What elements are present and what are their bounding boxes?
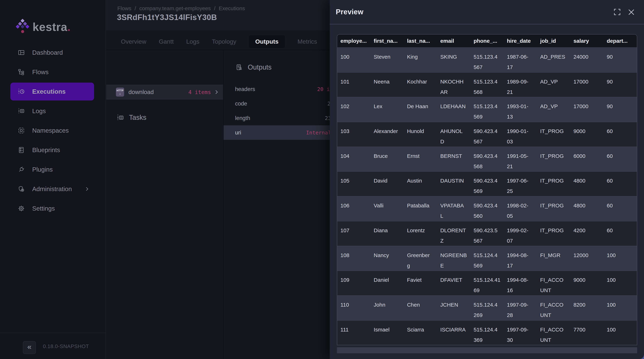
outputs-panel-header: Outputs	[236, 63, 272, 71]
table-cell: 590.423.5 567	[470, 221, 504, 246]
table-cell: Valli	[370, 196, 404, 221]
output-row-headers[interactable]: headers20 items	[224, 82, 330, 96]
table-cell: IT_PROG	[537, 147, 570, 171]
table-cell: 9000	[570, 122, 604, 147]
table-cell: 100	[604, 246, 637, 271]
table-cell: Diana	[370, 221, 404, 246]
table-row: 108NancyGreenber gNGREENB E515.124.4 569…	[337, 246, 637, 271]
table-cell: 1997-06- 25	[504, 172, 537, 196]
sidebar-menu: DashboardFlowsExecutionsLogsNamespacesBl…	[0, 44, 106, 217]
tab-overview[interactable]: Overview	[121, 38, 146, 45]
task-items-badge: 4 items	[188, 89, 211, 95]
output-key: code	[235, 100, 247, 107]
table-cell: 102	[337, 97, 370, 122]
sidebar-item-blueprints[interactable]: Blueprints	[10, 141, 94, 159]
breadcrumb-separator: /	[134, 5, 136, 11]
table-cell: 100	[604, 271, 637, 295]
kestra-app: kestra. DashboardFlowsExecutionsLogsName…	[0, 0, 644, 359]
table-row: 106ValliPataballaVPATABA L590.423.4 5601…	[337, 196, 637, 221]
table-row: 103AlexanderHunoldAHUNOL D590.423.4 5671…	[337, 122, 637, 147]
table-cell: Ernst	[404, 147, 437, 171]
tab-topology[interactable]: Topology	[212, 38, 236, 45]
table-body: 100StevenKingSKING515.123.4 5671987-06- …	[337, 47, 637, 345]
sidebar: kestra. DashboardFlowsExecutionsLogsName…	[0, 0, 106, 359]
sidebar-item-flows[interactable]: Flows	[10, 63, 94, 81]
logo-red-dot	[21, 30, 24, 33]
tab-logs[interactable]: Logs	[186, 38, 200, 45]
horizontal-scrollbar[interactable]	[337, 347, 637, 353]
table-cell: VPATABA L	[437, 196, 470, 221]
output-row-uri[interactable]: uriInternal li	[224, 125, 330, 140]
breadcrumb-item[interactable]: Executions	[219, 5, 245, 11]
logo-diamond	[18, 22, 22, 26]
namespaces-icon	[18, 127, 25, 134]
sidebar-item-label: Executions	[32, 88, 66, 95]
sidebar-item-dashboard[interactable]: Dashboard	[10, 44, 94, 61]
output-row-length[interactable]: length234	[224, 111, 330, 125]
tab-gantt[interactable]: Gantt	[159, 38, 174, 45]
table-cell: 90	[604, 73, 637, 97]
breadcrumb-item[interactable]: company.team.get-employees	[139, 5, 211, 11]
table-cell: 108	[337, 246, 370, 271]
sidebar-item-executions[interactable]: Executions	[10, 83, 94, 100]
table-cell: 109	[337, 271, 370, 295]
preview-drawer: Preview employe...first_na...last_na...e…	[330, 0, 644, 359]
column-header: job_id	[537, 34, 570, 47]
table-cell: Chen	[404, 296, 437, 320]
table-cell: 4200	[570, 221, 604, 246]
table-cell: 106	[337, 196, 370, 221]
table-cell: 4800	[570, 196, 604, 221]
table-cell: 1994-08- 17	[504, 246, 537, 271]
tasks-panel-header: Tasks	[117, 114, 146, 121]
table-cell: 17000	[570, 97, 604, 122]
task-row-download[interactable]: HTTP↓ download 4 items	[106, 85, 223, 99]
divider	[330, 24, 644, 24]
column-header: email	[437, 34, 470, 47]
tab-outputs[interactable]: Outputs	[249, 35, 285, 48]
tab-metrics[interactable]: Metrics	[298, 38, 317, 45]
column-header: last_na...	[404, 34, 437, 47]
table-cell: 1999-02- 07	[504, 221, 537, 246]
table-cell: Bruce	[370, 147, 404, 171]
fullscreen-icon[interactable]	[614, 8, 621, 16]
output-key: uri	[235, 129, 241, 136]
table-cell: AD_PRES	[537, 48, 570, 72]
table-cell: 1990-01- 03	[504, 122, 537, 147]
table-cell: 90	[604, 48, 637, 72]
table-cell: FI_ACCO UNT	[537, 296, 570, 320]
table-cell: NGREENB E	[437, 246, 470, 271]
table-cell: 105	[337, 172, 370, 196]
output-row-code[interactable]: code2	[224, 96, 330, 111]
sidebar-item-plugins[interactable]: Plugins	[10, 161, 94, 178]
table-row: 101NeenaKochharNKOCHH AR515.123.4 568198…	[337, 72, 637, 97]
table-cell: Lex	[370, 97, 404, 122]
settings-icon	[18, 205, 25, 212]
sidebar-item-namespaces[interactable]: Namespaces	[10, 122, 94, 139]
sidebar-item-administration[interactable]: Administration	[10, 180, 94, 198]
close-icon[interactable]	[627, 8, 635, 16]
kestra-logo[interactable]: kestra.	[16, 18, 90, 36]
preview-table: employe...first_na...last_na...emailphon…	[337, 34, 637, 345]
column-header: hire_date	[504, 34, 537, 47]
table-cell: 1994-08- 16	[504, 271, 537, 295]
document-search-icon	[236, 64, 243, 71]
table-cell: AD_VP	[537, 97, 570, 122]
table-cell: Faviet	[404, 271, 437, 295]
logs-icon	[18, 108, 25, 114]
chevron-right-icon[interactable]	[214, 90, 219, 94]
breadcrumb-item[interactable]: Flows	[117, 5, 131, 11]
table-cell: AHUNOL D	[437, 122, 470, 147]
table-cell: 100	[604, 296, 637, 320]
table-cell: IT_PROG	[537, 172, 570, 196]
sidebar-item-logs[interactable]: Logs	[10, 102, 94, 120]
sidebar-item-label: Blueprints	[32, 146, 60, 154]
sidebar-collapse-button[interactable]: «	[23, 341, 36, 354]
table-cell: JCHEN	[437, 296, 470, 320]
table-cell: 515.124.4 569	[470, 246, 504, 271]
table-cell: 90	[604, 97, 637, 122]
table-cell: 8200	[570, 296, 604, 320]
table-cell: 590.423.4 560	[470, 196, 504, 221]
outputs-panel-title: Outputs	[248, 63, 272, 71]
sidebar-item-settings[interactable]: Settings	[10, 200, 94, 217]
blueprints-icon	[18, 147, 25, 153]
